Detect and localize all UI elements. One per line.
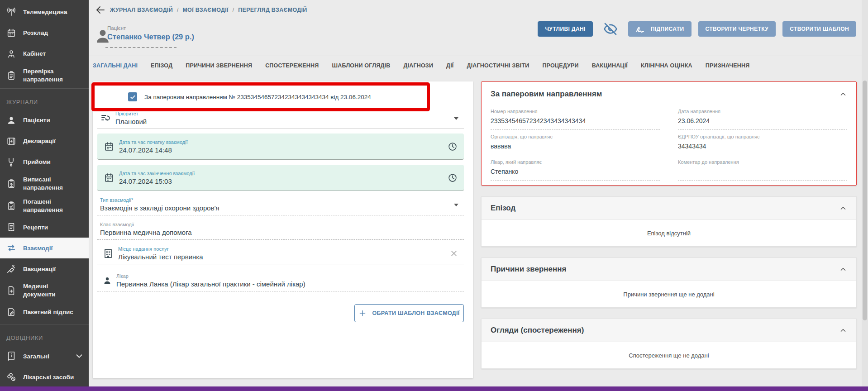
sidebar-item-cabinet[interactable]: Кабінет <box>0 43 89 64</box>
patient-name-underline <box>105 47 176 48</box>
end-datetime-value: 24.07.2024 15:03 <box>119 177 195 185</box>
file-plus-icon <box>6 286 16 296</box>
clear-icon[interactable] <box>449 249 458 258</box>
scrollbar-thumb[interactable] <box>863 81 867 320</box>
summary-column: За паперовим направленням Номер направле… <box>481 81 857 369</box>
tab-diagnoses[interactable]: ДІАГНОЗИ <box>403 62 433 69</box>
end-datetime-field[interactable]: Дата та час закінчення взаємодії 24.07.2… <box>97 165 464 191</box>
doctor-field: Лікар Первинна Ланка (Лікар загальної пр… <box>97 270 464 291</box>
sidebar-item-batch-signature[interactable]: Пакетний підпис <box>0 301 89 322</box>
paper-referral-card-header[interactable]: За паперовим направленням <box>482 82 856 105</box>
priority-label: Пріоритет <box>115 111 147 116</box>
create-draft-button[interactable]: СТВОРИТИ ЧЕРНЕТКУ <box>698 21 776 37</box>
chevron-up-icon[interactable] <box>839 265 847 273</box>
stethoscope-icon <box>6 157 16 167</box>
sidebar-item-label: Лікарські засоби <box>23 373 79 381</box>
sign-button-label: ПІДПИСАТИ <box>651 26 684 32</box>
referral-number-label: Номер направлення <box>491 109 660 114</box>
tab-procedures[interactable]: ПРОЦЕДУРИ <box>542 62 578 69</box>
chevron-up-icon[interactable] <box>839 90 847 98</box>
sensitive-data-button[interactable]: ЧУТЛИВІ ДАНІ <box>538 21 592 37</box>
episode-section: Епізод Епізод відсутній <box>481 196 857 247</box>
paper-referral-card-title: За паперовим направленням <box>491 90 602 99</box>
sidebar-item-label: Погашені направлення <box>23 198 79 214</box>
priority-value: Плановий <box>115 118 147 125</box>
tab-actions[interactable]: ДІЇ <box>446 62 453 69</box>
priority-select[interactable]: Пріоритет Плановий <box>97 108 464 129</box>
sidebar-item-vaccinations[interactable]: Вакцинації <box>0 258 89 279</box>
clipboard-arrow-icon <box>6 179 16 189</box>
back-arrow-icon[interactable] <box>95 5 106 15</box>
edrpou-value: 34343434 <box>678 143 847 150</box>
choose-interaction-template-button[interactable]: ОБРАТИ ШАБЛОН ВЗАЄМОДІЇ <box>354 304 464 322</box>
visit-reasons-empty-text: Причини звернення ще не додані <box>482 281 856 307</box>
dropdown-caret-icon[interactable] <box>454 204 458 206</box>
referring-doctor-field: Лікар, який направляє Степанко <box>491 155 660 181</box>
create-template-button[interactable]: СТВОРИТИ ШАБЛОН <box>782 21 856 37</box>
calendar-icon <box>6 28 16 38</box>
sidebar-item-appointments[interactable]: Прийоми <box>0 152 89 172</box>
clock-icon[interactable] <box>448 142 458 152</box>
service-place-label: Місце надання послуг <box>118 246 203 252</box>
sidebar-item-general-directories[interactable]: Загальні <box>0 346 89 367</box>
tab-visit-reasons[interactable]: ПРИЧИНИ ЗВЕРНЕННЯ <box>186 62 252 69</box>
sidebar-item-declarations[interactable]: Декларації <box>0 131 89 152</box>
dropdown-caret-icon[interactable] <box>454 117 458 120</box>
sidebar-item-patients[interactable]: Пацієнти <box>0 110 89 131</box>
breadcrumb-journal[interactable]: ЖУРНАЛ ВЗАЄМОДІЙ <box>110 7 173 13</box>
sidebar-item-medicines[interactable]: Лікарські засоби <box>0 367 89 387</box>
tab-general-data[interactable]: ЗАГАЛЬНІ ДАНІ <box>93 62 138 69</box>
sidebar-item-label: Декларації <box>23 137 79 145</box>
sidebar-item-prescriptions[interactable]: Рецепти <box>0 217 89 238</box>
choose-template-label: ОБРАТИ ШАБЛОН ВЗАЄМОДІЇ <box>372 310 459 316</box>
clock-icon[interactable] <box>448 173 458 183</box>
sidebar-item-medical-documents[interactable]: Медичні документи <box>0 279 89 301</box>
referring-doctor-value: Степанко <box>491 168 660 176</box>
sidebar-item-label: Прийоми <box>23 158 79 166</box>
tab-appointments[interactable]: ПРИЗНАЧЕННЯ <box>706 62 750 69</box>
sidebar-item-telemedicine[interactable]: Телемедицина <box>0 2 89 23</box>
breadcrumb-my-interactions[interactable]: МОЇ ВЗАЄМОДІЇ <box>182 7 228 13</box>
observations-section-header[interactable]: Огляди (спостереження) <box>482 319 856 342</box>
interaction-class-field: Клас взаємодії Первинна медична допомога <box>97 218 464 240</box>
visit-reasons-section: Причини звернення Причини звернення ще н… <box>481 257 857 308</box>
sign-button[interactable]: ПІДПИСАТИ <box>628 21 692 37</box>
interaction-type-select[interactable]: Тип взаємодії* Взаємодія в закладі охоро… <box>97 194 464 215</box>
chevron-up-icon[interactable] <box>839 204 847 212</box>
eye-off-icon[interactable] <box>603 22 618 36</box>
tab-episode[interactable]: ЕПІЗОД <box>151 62 172 69</box>
tab-clinical-assessment[interactable]: КЛІНІЧНА ОЦІНКА <box>641 62 692 69</box>
tab-exam-templates[interactable]: ШАБЛОНИ ОГЛЯДІВ <box>332 62 391 69</box>
breadcrumb-view-interaction: ПЕРЕГЛЯД ВЗАЄМОДІЙ <box>238 7 307 13</box>
sidebar-item-redeemed-referrals[interactable]: Погашені направлення <box>0 195 89 217</box>
episode-section-header[interactable]: Епізод <box>482 197 856 220</box>
sidebar-item-schedule[interactable]: Розклад <box>0 23 89 43</box>
paper-referral-checkbox[interactable] <box>128 92 137 101</box>
chevron-up-icon[interactable] <box>839 326 847 334</box>
tab-vaccinations[interactable]: ВАКЦИНАЦІЇ <box>592 62 628 69</box>
referring-organization-label: Організація, що направляє <box>491 134 660 139</box>
patient-name-link[interactable]: Степанко Четвер (29 р.) <box>107 33 194 41</box>
sidebar-item-label: Загальні <box>23 353 70 361</box>
sidebar-item-referral-check[interactable]: Перевірка направлення <box>0 64 89 86</box>
interaction-type-value: Взаємодія в закладі охорони здоров'я <box>100 204 219 212</box>
referral-date-field: Дата направлення 23.06.2024 <box>678 105 847 130</box>
visit-reasons-section-header[interactable]: Причини звернення <box>482 258 856 281</box>
tab-diagnostic-reports[interactable]: ДІАГНОСТИЧНІ ЗВІТИ <box>467 62 529 69</box>
referring-organization-field: Організація, що направляє вавава <box>491 130 660 155</box>
service-place-field[interactable]: Місце надання послуг Лікувальний тест пе… <box>97 243 464 264</box>
breadcrumb: ЖУРНАЛ ВЗАЄМОДІЙ / МОЇ ВЗАЄМОДІЇ / ПЕРЕГ… <box>95 5 307 15</box>
referral-date-value: 23.06.2024 <box>678 117 847 125</box>
tab-observations[interactable]: СПОСТЕРЕЖЕННЯ <box>265 62 319 69</box>
breadcrumb-separator: / <box>177 7 178 13</box>
clipboard-check-icon <box>6 201 16 211</box>
start-datetime-field[interactable]: Дата та час початку взаємодії 24.07.2024… <box>97 134 464 160</box>
sidebar-item-issued-referrals[interactable]: Виписані направлення <box>0 172 89 195</box>
app-window: Телемедицина Розклад Кабінет Перевірка н… <box>0 0 868 391</box>
header-divider <box>89 56 868 56</box>
paper-referral-label: За паперовим направленням № 233534546572… <box>144 94 371 100</box>
sidebar-item-interactions[interactable]: Взаємодії <box>0 238 89 258</box>
breadcrumb-separator: / <box>233 7 234 13</box>
check-icon <box>129 94 136 100</box>
doctor-label: Лікар <box>116 273 305 279</box>
